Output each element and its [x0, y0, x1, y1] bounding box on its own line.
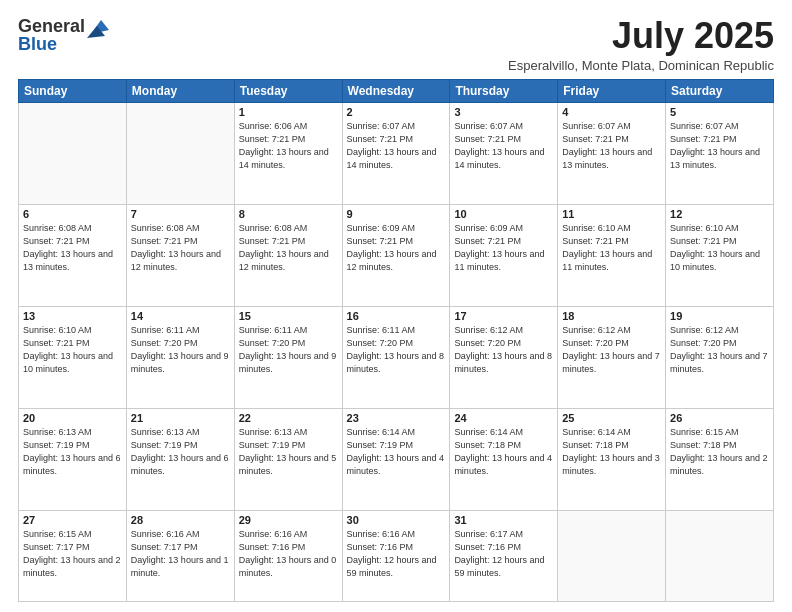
- day-number: 25: [562, 412, 661, 424]
- header-wednesday: Wednesday: [342, 79, 450, 102]
- table-row: 7Sunrise: 6:08 AM Sunset: 7:21 PM Daylig…: [126, 204, 234, 306]
- table-row: 15Sunrise: 6:11 AM Sunset: 7:20 PM Dayli…: [234, 306, 342, 408]
- table-row: 30Sunrise: 6:16 AM Sunset: 7:16 PM Dayli…: [342, 510, 450, 601]
- table-row: 29Sunrise: 6:16 AM Sunset: 7:16 PM Dayli…: [234, 510, 342, 601]
- day-info: Sunrise: 6:08 AM Sunset: 7:21 PM Dayligh…: [239, 222, 338, 274]
- table-row: 8Sunrise: 6:08 AM Sunset: 7:21 PM Daylig…: [234, 204, 342, 306]
- day-info: Sunrise: 6:13 AM Sunset: 7:19 PM Dayligh…: [23, 426, 122, 478]
- day-info: Sunrise: 6:10 AM Sunset: 7:21 PM Dayligh…: [23, 324, 122, 376]
- day-number: 8: [239, 208, 338, 220]
- table-row: [666, 510, 774, 601]
- day-info: Sunrise: 6:16 AM Sunset: 7:16 PM Dayligh…: [239, 528, 338, 580]
- month-title: July 2025: [508, 16, 774, 56]
- day-number: 15: [239, 310, 338, 322]
- day-info: Sunrise: 6:17 AM Sunset: 7:16 PM Dayligh…: [454, 528, 553, 580]
- day-number: 7: [131, 208, 230, 220]
- day-info: Sunrise: 6:08 AM Sunset: 7:21 PM Dayligh…: [131, 222, 230, 274]
- table-row: [19, 102, 127, 204]
- day-info: Sunrise: 6:10 AM Sunset: 7:21 PM Dayligh…: [670, 222, 769, 274]
- table-row: 18Sunrise: 6:12 AM Sunset: 7:20 PM Dayli…: [558, 306, 666, 408]
- header-tuesday: Tuesday: [234, 79, 342, 102]
- day-number: 29: [239, 514, 338, 526]
- table-row: 21Sunrise: 6:13 AM Sunset: 7:19 PM Dayli…: [126, 408, 234, 510]
- day-number: 31: [454, 514, 553, 526]
- logo-icon: [87, 16, 109, 38]
- table-row: 31Sunrise: 6:17 AM Sunset: 7:16 PM Dayli…: [450, 510, 558, 601]
- day-number: 13: [23, 310, 122, 322]
- day-number: 28: [131, 514, 230, 526]
- day-info: Sunrise: 6:10 AM Sunset: 7:21 PM Dayligh…: [562, 222, 661, 274]
- table-row: 12Sunrise: 6:10 AM Sunset: 7:21 PM Dayli…: [666, 204, 774, 306]
- day-number: 10: [454, 208, 553, 220]
- day-info: Sunrise: 6:14 AM Sunset: 7:18 PM Dayligh…: [562, 426, 661, 478]
- table-row: 22Sunrise: 6:13 AM Sunset: 7:19 PM Dayli…: [234, 408, 342, 510]
- day-info: Sunrise: 6:15 AM Sunset: 7:17 PM Dayligh…: [23, 528, 122, 580]
- table-row: 27Sunrise: 6:15 AM Sunset: 7:17 PM Dayli…: [19, 510, 127, 601]
- day-number: 23: [347, 412, 446, 424]
- location-subtitle: Esperalvillo, Monte Plata, Dominican Rep…: [508, 58, 774, 73]
- day-number: 1: [239, 106, 338, 118]
- table-row: 13Sunrise: 6:10 AM Sunset: 7:21 PM Dayli…: [19, 306, 127, 408]
- day-number: 11: [562, 208, 661, 220]
- day-info: Sunrise: 6:09 AM Sunset: 7:21 PM Dayligh…: [347, 222, 446, 274]
- day-number: 12: [670, 208, 769, 220]
- day-number: 27: [23, 514, 122, 526]
- day-number: 17: [454, 310, 553, 322]
- header: General Blue July 2025 Esperalvillo, Mon…: [18, 16, 774, 73]
- day-info: Sunrise: 6:16 AM Sunset: 7:17 PM Dayligh…: [131, 528, 230, 580]
- page: General Blue July 2025 Esperalvillo, Mon…: [0, 0, 792, 612]
- table-row: 20Sunrise: 6:13 AM Sunset: 7:19 PM Dayli…: [19, 408, 127, 510]
- day-number: 18: [562, 310, 661, 322]
- day-info: Sunrise: 6:07 AM Sunset: 7:21 PM Dayligh…: [562, 120, 661, 172]
- day-number: 16: [347, 310, 446, 322]
- day-info: Sunrise: 6:07 AM Sunset: 7:21 PM Dayligh…: [670, 120, 769, 172]
- day-number: 4: [562, 106, 661, 118]
- day-number: 19: [670, 310, 769, 322]
- table-row: 25Sunrise: 6:14 AM Sunset: 7:18 PM Dayli…: [558, 408, 666, 510]
- header-saturday: Saturday: [666, 79, 774, 102]
- day-number: 22: [239, 412, 338, 424]
- table-row: 5Sunrise: 6:07 AM Sunset: 7:21 PM Daylig…: [666, 102, 774, 204]
- day-info: Sunrise: 6:06 AM Sunset: 7:21 PM Dayligh…: [239, 120, 338, 172]
- day-number: 24: [454, 412, 553, 424]
- day-info: Sunrise: 6:11 AM Sunset: 7:20 PM Dayligh…: [239, 324, 338, 376]
- table-row: 3Sunrise: 6:07 AM Sunset: 7:21 PM Daylig…: [450, 102, 558, 204]
- day-number: 3: [454, 106, 553, 118]
- weekday-header-row: Sunday Monday Tuesday Wednesday Thursday…: [19, 79, 774, 102]
- table-row: 17Sunrise: 6:12 AM Sunset: 7:20 PM Dayli…: [450, 306, 558, 408]
- table-row: 19Sunrise: 6:12 AM Sunset: 7:20 PM Dayli…: [666, 306, 774, 408]
- title-block: July 2025 Esperalvillo, Monte Plata, Dom…: [508, 16, 774, 73]
- table-row: 11Sunrise: 6:10 AM Sunset: 7:21 PM Dayli…: [558, 204, 666, 306]
- day-info: Sunrise: 6:13 AM Sunset: 7:19 PM Dayligh…: [131, 426, 230, 478]
- day-number: 2: [347, 106, 446, 118]
- day-info: Sunrise: 6:11 AM Sunset: 7:20 PM Dayligh…: [347, 324, 446, 376]
- table-row: 24Sunrise: 6:14 AM Sunset: 7:18 PM Dayli…: [450, 408, 558, 510]
- table-row: 2Sunrise: 6:07 AM Sunset: 7:21 PM Daylig…: [342, 102, 450, 204]
- day-number: 6: [23, 208, 122, 220]
- day-number: 14: [131, 310, 230, 322]
- table-row: [126, 102, 234, 204]
- day-info: Sunrise: 6:09 AM Sunset: 7:21 PM Dayligh…: [454, 222, 553, 274]
- day-info: Sunrise: 6:12 AM Sunset: 7:20 PM Dayligh…: [454, 324, 553, 376]
- header-monday: Monday: [126, 79, 234, 102]
- day-info: Sunrise: 6:13 AM Sunset: 7:19 PM Dayligh…: [239, 426, 338, 478]
- table-row: 1Sunrise: 6:06 AM Sunset: 7:21 PM Daylig…: [234, 102, 342, 204]
- day-info: Sunrise: 6:07 AM Sunset: 7:21 PM Dayligh…: [454, 120, 553, 172]
- day-number: 5: [670, 106, 769, 118]
- day-info: Sunrise: 6:15 AM Sunset: 7:18 PM Dayligh…: [670, 426, 769, 478]
- table-row: 6Sunrise: 6:08 AM Sunset: 7:21 PM Daylig…: [19, 204, 127, 306]
- day-number: 21: [131, 412, 230, 424]
- day-info: Sunrise: 6:12 AM Sunset: 7:20 PM Dayligh…: [562, 324, 661, 376]
- day-info: Sunrise: 6:14 AM Sunset: 7:18 PM Dayligh…: [454, 426, 553, 478]
- table-row: 16Sunrise: 6:11 AM Sunset: 7:20 PM Dayli…: [342, 306, 450, 408]
- day-number: 30: [347, 514, 446, 526]
- header-thursday: Thursday: [450, 79, 558, 102]
- day-info: Sunrise: 6:07 AM Sunset: 7:21 PM Dayligh…: [347, 120, 446, 172]
- header-friday: Friday: [558, 79, 666, 102]
- day-number: 26: [670, 412, 769, 424]
- table-row: 28Sunrise: 6:16 AM Sunset: 7:17 PM Dayli…: [126, 510, 234, 601]
- day-number: 9: [347, 208, 446, 220]
- table-row: 9Sunrise: 6:09 AM Sunset: 7:21 PM Daylig…: [342, 204, 450, 306]
- day-info: Sunrise: 6:16 AM Sunset: 7:16 PM Dayligh…: [347, 528, 446, 580]
- logo: General Blue: [18, 16, 109, 55]
